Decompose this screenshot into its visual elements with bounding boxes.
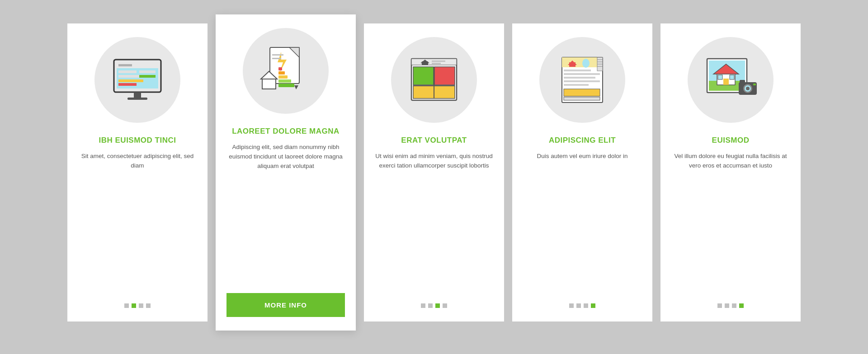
floorplan-icon [407, 55, 461, 105]
svg-marker-24 [294, 85, 298, 89]
svg-rect-47 [564, 89, 600, 96]
dot [732, 303, 736, 308]
svg-point-65 [746, 87, 750, 90]
dot [584, 303, 588, 308]
svg-rect-9 [139, 75, 156, 78]
card-2-text: Adipiscing elit, sed diam nonummy nibh e… [226, 143, 345, 280]
card-3-text: Ut wisi enim ad minim veniam, quis nostr… [375, 152, 493, 291]
svg-rect-28 [422, 61, 428, 65]
svg-rect-19 [278, 84, 294, 87]
svg-rect-7 [118, 83, 137, 86]
svg-rect-46 [564, 84, 589, 86]
svg-rect-23 [278, 67, 282, 70]
card-2-title: LAOREET DOLORE MAGNA [232, 126, 340, 136]
energy-icon [259, 45, 313, 97]
dot [421, 303, 425, 308]
card-5-text: Vel illum dolore eu feugiat nulla facili… [671, 152, 790, 291]
card-4-title: ADIPISCING ELIT [549, 135, 616, 145]
dot-active [132, 303, 136, 308]
svg-rect-3 [118, 64, 132, 66]
svg-rect-45 [564, 80, 600, 82]
svg-rect-31 [413, 67, 434, 85]
card-3-dots [421, 303, 447, 308]
svg-rect-21 [278, 75, 288, 79]
dot [428, 303, 433, 308]
svg-rect-29 [432, 61, 445, 62]
svg-rect-16 [272, 58, 281, 59]
card-1-dots [124, 303, 151, 308]
card-3-icon-circle [391, 37, 477, 123]
svg-rect-67 [753, 84, 756, 85]
svg-rect-10 [134, 92, 141, 98]
svg-rect-4 [118, 70, 137, 73]
dot [146, 303, 151, 308]
dot-active [591, 303, 595, 308]
svg-rect-44 [564, 77, 595, 79]
photo-icon [703, 55, 758, 105]
more-info-button[interactable]: MORE INFO [226, 293, 345, 317]
card-5: EUISMOD Vel illum dolore eu feugiat null… [660, 23, 801, 321]
svg-rect-6 [118, 79, 143, 82]
svg-rect-20 [278, 79, 291, 83]
card-5-title: EUISMOD [712, 135, 750, 145]
dot [443, 303, 447, 308]
svg-rect-8 [139, 70, 156, 73]
dot-active [739, 303, 744, 308]
cards-container: IBH EUISMOD TINCI Sit amet, consectetuer… [40, 5, 828, 349]
card-3: ERAT VOLUTPAT Ut wisi enim ad minim veni… [364, 23, 504, 321]
svg-rect-66 [740, 80, 745, 83]
svg-rect-15 [272, 54, 283, 56]
svg-rect-22 [278, 71, 285, 75]
card-4: ADIPISCING ELIT Duis autem vel eum iriur… [512, 23, 652, 321]
card-1-icon-circle [94, 37, 180, 123]
svg-rect-43 [564, 73, 600, 75]
dot [124, 303, 129, 308]
dot [569, 303, 574, 308]
card-3-title: ERAT VOLUTPAT [401, 135, 467, 145]
card-1-text: Sit amet, consectetuer adipiscing elit, … [78, 152, 197, 291]
svg-rect-32 [434, 67, 455, 85]
svg-rect-39 [569, 62, 576, 67]
monitor-icon [110, 55, 165, 105]
svg-rect-11 [127, 98, 147, 100]
svg-rect-60 [718, 75, 722, 79]
card-4-text: Duis autem vel eum iriure dolor in [537, 152, 627, 291]
card-5-icon-circle [688, 37, 774, 123]
card-2: LAOREET DOLORE MAGNA Adipiscing elit, se… [216, 14, 356, 331]
card-1-title: IBH EUISMOD TINCI [99, 135, 176, 145]
dot [139, 303, 143, 308]
card-2-icon-circle [243, 28, 329, 114]
card-4-dots [569, 303, 595, 308]
utility-icon [557, 55, 609, 105]
dot-active [435, 303, 440, 308]
svg-rect-37 [562, 57, 603, 67]
card-5-dots [717, 303, 744, 308]
svg-rect-59 [723, 79, 729, 85]
dot [717, 303, 722, 308]
card-4-icon-circle [539, 37, 625, 123]
dot [725, 303, 729, 308]
svg-rect-48 [564, 97, 600, 100]
card-1: IBH EUISMOD TINCI Sit amet, consectetuer… [67, 23, 208, 321]
svg-rect-42 [564, 70, 591, 71]
svg-rect-30 [432, 63, 441, 64]
dot [576, 303, 581, 308]
svg-rect-61 [730, 75, 734, 79]
